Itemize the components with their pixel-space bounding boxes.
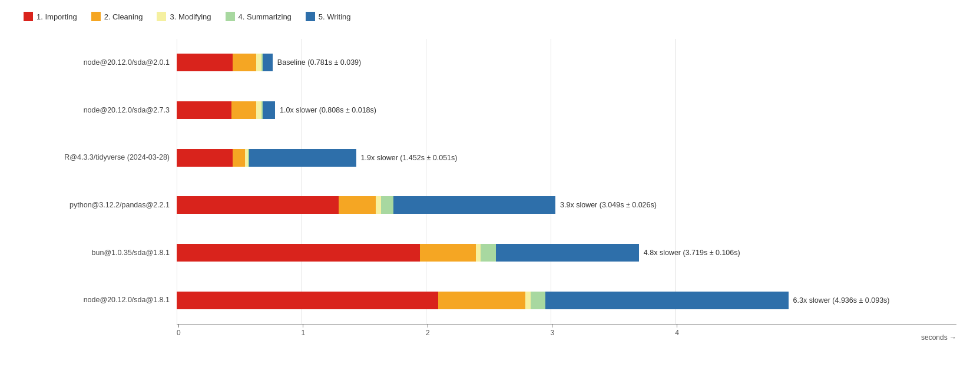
bar-row-row4: 3.9x slower (3.049s ± 0.026s) (177, 194, 956, 216)
bar-segment-importing (177, 196, 339, 214)
x-axis-line (177, 324, 956, 325)
legend-swatch-modifying (157, 12, 166, 21)
bar-row-row6: 6.3x slower (4.936s ± 0.093s) (177, 290, 956, 311)
x-tick-line (303, 324, 303, 328)
legend-label-cleaning: 2. Cleaning (104, 12, 143, 21)
bar-segment-cleaning (438, 292, 525, 309)
y-label-row3: R@4.3.3/tidyverse (2024-03-28) (24, 154, 170, 161)
x-axis-label: seconds → (921, 333, 956, 342)
legend: 1. Importing 2. Cleaning 3. Modifying 4.… (24, 12, 956, 21)
legend-label-importing: 1. Importing (37, 12, 77, 21)
x-tick-label: 0 (177, 329, 181, 337)
y-label-row1: node@20.12.0/sda@2.0.1 (24, 59, 170, 67)
bar-segment-cleaning (233, 149, 245, 167)
bar-segment-summarizing (481, 244, 495, 262)
bar-segment-importing (177, 292, 438, 309)
bar-segment-cleaning (231, 101, 256, 119)
legend-swatch-writing (306, 12, 315, 21)
bar-segment-cleaning (420, 244, 476, 262)
legend-item-importing: 1. Importing (24, 12, 77, 21)
bar-row-row3: 1.9x slower (1.452s ± 0.051s) (177, 147, 956, 168)
x-tick-line (178, 324, 179, 328)
bar-label-row5: 4.8x slower (3.719s ± 0.106s) (644, 249, 740, 257)
bars-rows: Baseline (0.781s ± 0.039)1.0x slower (0.… (177, 39, 956, 324)
legend-swatch-importing (24, 12, 33, 21)
bar-label-row2: 1.0x slower (0.808s ± 0.018s) (280, 106, 376, 114)
x-tick-0: 0 (177, 324, 181, 337)
x-tick-label: 3 (551, 329, 555, 337)
bar-segment-writing (545, 292, 789, 309)
bar-row-row5: 4.8x slower (3.719s ± 0.106s) (177, 242, 956, 263)
bar-segment-writing (263, 54, 273, 71)
x-tick-1: 1 (302, 324, 306, 337)
bar-row-row2: 1.0x slower (0.808s ± 0.018s) (177, 100, 956, 121)
x-tick-label: 1 (302, 329, 306, 337)
bar-label-row6: 6.3x slower (4.936s ± 0.093s) (793, 296, 890, 305)
y-labels: node@20.12.0/sda@2.0.1node@20.12.0/sda@2… (24, 39, 177, 324)
bars-and-grid: Baseline (0.781s ± 0.039)1.0x slower (0.… (177, 39, 956, 324)
legend-item-writing: 5. Writing (306, 12, 351, 21)
bar-segments-row5 (177, 244, 639, 262)
x-tick-3: 3 (551, 324, 555, 337)
legend-item-summarizing: 4. Summarizing (226, 12, 292, 21)
bar-segment-cleaning (339, 196, 376, 214)
legend-item-cleaning: 2. Cleaning (91, 12, 143, 21)
x-axis: 0 1 2 3 4 (177, 324, 956, 342)
bar-segments-row3 (177, 149, 356, 167)
bars-section: node@20.12.0/sda@2.0.1node@20.12.0/sda@2… (24, 39, 956, 324)
x-tick-2: 2 (426, 324, 430, 337)
bar-label-row1: Baseline (0.781s ± 0.039) (277, 58, 361, 67)
bar-segments-row1 (177, 54, 273, 71)
x-tick-label: 2 (426, 329, 430, 337)
y-label-row2: node@20.12.0/sda@2.7.3 (24, 107, 170, 114)
legend-label-modifying: 3. Modifying (170, 12, 211, 21)
bar-segments-row2 (177, 101, 275, 119)
x-tick-4: 4 (675, 324, 679, 337)
bar-segment-writing (393, 196, 555, 214)
legend-swatch-cleaning (91, 12, 101, 21)
legend-swatch-summarizing (226, 12, 235, 21)
bar-segment-writing (496, 244, 639, 262)
chart-container: 1. Importing 2. Cleaning 3. Modifying 4.… (0, 0, 980, 377)
x-tick-line (677, 324, 677, 328)
chart-area: node@20.12.0/sda@2.0.1node@20.12.0/sda@2… (24, 39, 956, 342)
bar-segment-importing (177, 244, 420, 262)
x-tick-line (428, 324, 428, 328)
bar-segment-writing (249, 149, 356, 167)
legend-label-summarizing: 4. Summarizing (239, 12, 292, 21)
bar-segment-modifying (376, 196, 380, 214)
y-label-row6: node@20.12.0/sda@1.8.1 (24, 296, 170, 304)
legend-item-modifying: 3. Modifying (157, 12, 211, 21)
bar-row-row1: Baseline (0.781s ± 0.039) (177, 52, 956, 73)
x-tick-line (552, 324, 552, 328)
bar-segment-modifying (256, 54, 261, 71)
bar-segments-row4 (177, 196, 555, 214)
bar-label-row3: 1.9x slower (1.452s ± 0.051s) (361, 154, 458, 162)
bar-label-row4: 3.9x slower (3.049s ± 0.026s) (560, 201, 657, 209)
legend-label-writing: 5. Writing (319, 12, 351, 21)
bar-segment-modifying (256, 101, 261, 119)
bar-segment-summarizing (531, 292, 545, 309)
y-label-row4: python@3.12.2/pandas@2.2.1 (24, 201, 170, 209)
bar-segment-importing (177, 54, 233, 71)
bar-segment-importing (177, 149, 233, 167)
bar-segment-cleaning (233, 54, 256, 71)
bar-segments-row6 (177, 292, 789, 309)
bar-segment-modifying (525, 292, 530, 309)
x-tick-label: 4 (675, 329, 679, 337)
y-label-row5: bun@1.0.35/sda@1.8.1 (24, 249, 170, 257)
bar-segment-modifying (476, 244, 481, 262)
bar-segment-writing (263, 101, 275, 119)
bar-segment-importing (177, 101, 231, 119)
bar-segment-summarizing (381, 196, 393, 214)
